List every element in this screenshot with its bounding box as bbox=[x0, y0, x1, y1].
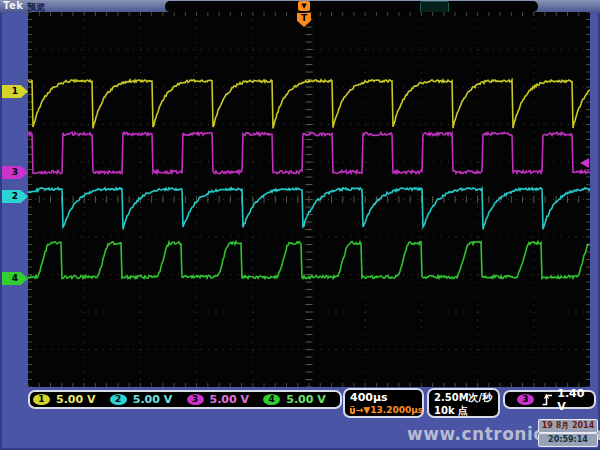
record-length: 10k 点 bbox=[434, 404, 498, 417]
channel-3-marker[interactable]: 3 bbox=[2, 166, 28, 179]
delay-arrow-icon: →▼ bbox=[356, 405, 370, 415]
channel-1-scale: 5.00 V bbox=[56, 393, 95, 406]
trigger-delay-value: 13.2000μs bbox=[370, 405, 423, 415]
channel-2-marker[interactable]: 2 bbox=[2, 190, 28, 203]
message-area bbox=[165, 1, 538, 12]
waveform-display bbox=[28, 12, 590, 387]
channel-1-badge[interactable]: 1 bbox=[33, 394, 50, 405]
rising-edge-icon bbox=[542, 393, 552, 406]
trace-ch4 bbox=[28, 242, 590, 279]
trace-ch3 bbox=[28, 132, 590, 173]
sample-rate: 2.50M次/秒 bbox=[434, 391, 498, 404]
trace-ch2 bbox=[28, 188, 590, 230]
channel-4-badge[interactable]: 4 bbox=[263, 394, 280, 405]
trigger-delay-row: T →▼ 13.2000μs bbox=[350, 405, 422, 415]
timebase-scale: 400μs bbox=[350, 391, 422, 404]
channel-4-marker[interactable]: 4 bbox=[2, 272, 28, 285]
channel-readouts: 1 5.00 V 2 5.00 V 3 5.00 V 4 5.00 V bbox=[28, 390, 342, 409]
date-box: 19 8月 2014 bbox=[538, 419, 598, 433]
time-box: 20:59:14 bbox=[538, 433, 598, 447]
channel-2-scale: 5.00 V bbox=[133, 393, 172, 406]
trigger-level-arrow-icon[interactable] bbox=[580, 158, 589, 168]
oscilloscope-screenshot: Tek 预览 ▼ T 1 2 3 4 1 5.00 V 2 5.00 V 3 5… bbox=[0, 0, 600, 450]
channel-1-readout[interactable]: 1 5.00 V bbox=[33, 393, 110, 406]
trigger-level: 1.40 V bbox=[557, 387, 594, 413]
channel-4-readout[interactable]: 4 5.00 V bbox=[263, 393, 340, 406]
trigger-position-icon: ▼ bbox=[298, 1, 310, 11]
channel-3-badge[interactable]: 3 bbox=[187, 394, 204, 405]
channel-4-scale: 5.00 V bbox=[286, 393, 325, 406]
tek-logo: Tek bbox=[3, 0, 23, 11]
acquisition-readout[interactable]: 2.50M次/秒 10k 点 bbox=[427, 388, 500, 418]
trigger-source-badge: 3 bbox=[517, 394, 534, 405]
timebase-readout[interactable]: 400μs T →▼ 13.2000μs bbox=[343, 388, 424, 418]
waveform-traces bbox=[28, 12, 590, 387]
channel-2-badge[interactable]: 2 bbox=[110, 394, 127, 405]
channel-2-readout[interactable]: 2 5.00 V bbox=[110, 393, 187, 406]
channel-3-readout[interactable]: 3 5.00 V bbox=[187, 393, 264, 406]
trigger-symbol-icon: T bbox=[350, 406, 355, 414]
channel-1-marker[interactable]: 1 bbox=[2, 85, 28, 98]
channel-3-scale: 5.00 V bbox=[210, 393, 249, 406]
trigger-readout[interactable]: 3 1.40 V bbox=[503, 390, 596, 409]
trace-ch1 bbox=[28, 80, 590, 129]
